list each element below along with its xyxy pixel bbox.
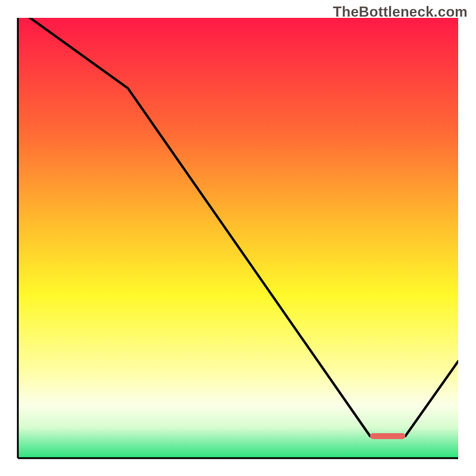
- bottleneck-chart: [0, 0, 476, 476]
- chart-container: TheBottleneck.com: [0, 0, 476, 476]
- plot-background: [18, 18, 458, 458]
- optimal-marker: [370, 433, 405, 439]
